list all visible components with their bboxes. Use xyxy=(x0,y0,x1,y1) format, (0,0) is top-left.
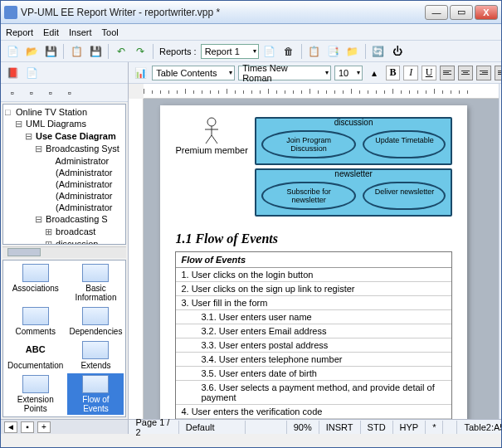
maximize-button[interactable]: ▭ xyxy=(450,5,473,20)
tree-item[interactable]: ⊟ Broadcasting Syst xyxy=(5,143,124,155)
horizontal-ruler[interactable] xyxy=(144,84,499,99)
nav3-icon[interactable]: ▫ xyxy=(42,85,59,101)
flow-row[interactable]: 3. User fill in the form xyxy=(176,296,451,310)
tree-item[interactable]: Administrator xyxy=(5,155,124,167)
stop-icon[interactable]: ⏻ xyxy=(389,43,406,60)
delete-icon[interactable]: 🗑 xyxy=(280,43,297,60)
palette-item[interactable]: Extends xyxy=(67,339,124,372)
flow-row[interactable]: 3.1. User enters user name xyxy=(176,310,451,324)
vertical-ruler[interactable] xyxy=(129,99,144,419)
menu-insert[interactable]: Insert xyxy=(69,27,92,37)
tree-item[interactable]: ⊟ UML Diagrams xyxy=(5,118,124,130)
save2-icon[interactable]: 💾 xyxy=(87,43,104,60)
tab-add[interactable]: + xyxy=(37,421,51,433)
flow-row[interactable]: 3.5. User enters date of birth xyxy=(176,367,451,381)
status-cell: Table2:A5 xyxy=(457,421,502,434)
usecase: Update Timetable xyxy=(363,130,446,158)
tab-prev[interactable]: ◄ xyxy=(4,421,17,433)
align-right-button[interactable] xyxy=(476,66,491,80)
folder-icon[interactable]: 📁 xyxy=(344,43,361,60)
model-tree[interactable]: □ Online TV Station⊟ UML Diagrams⊟ Use C… xyxy=(2,104,126,245)
save-icon[interactable]: 💾 xyxy=(42,43,59,60)
palette-item[interactable]: Generalizations xyxy=(5,416,66,417)
doc-icon[interactable]: 📑 xyxy=(325,43,342,60)
palette-item[interactable]: Documentation xyxy=(5,339,66,372)
new-icon[interactable]: 📄 xyxy=(4,43,21,60)
export-icon[interactable]: 📋 xyxy=(68,43,85,60)
tree-item[interactable]: (Administrator xyxy=(5,178,124,190)
app-icon xyxy=(4,6,17,19)
palette-item[interactable]: Includes xyxy=(67,416,124,417)
underline-button[interactable]: U xyxy=(422,66,436,80)
tab-active[interactable]: ▪ xyxy=(21,421,34,433)
menu-tool[interactable]: Tool xyxy=(102,27,119,37)
svg-point-0 xyxy=(207,118,216,126)
tree-item[interactable]: ⊟ Use Case Diagram xyxy=(5,130,124,143)
refresh-icon[interactable]: 🔄 xyxy=(370,43,387,60)
tree-item[interactable]: ⊟ Broadcasting S xyxy=(5,213,124,226)
svg-line-3 xyxy=(206,135,212,144)
flow-row[interactable]: 3.3. User enters postal address xyxy=(176,338,451,353)
flow-row[interactable]: 3.4. User enters telephone number xyxy=(176,353,451,367)
font-select[interactable]: Times New Roman xyxy=(238,66,331,80)
separator xyxy=(153,44,154,59)
status-star: * xyxy=(426,421,443,434)
page-icon[interactable]: 📄 xyxy=(23,65,40,81)
bold-button[interactable]: B xyxy=(386,66,401,80)
flow-row[interactable]: 1. User clicks on the login button xyxy=(176,268,451,282)
add-report-icon[interactable]: 📄 xyxy=(261,43,278,60)
menu-report[interactable]: Report xyxy=(6,27,33,37)
book-icon[interactable]: 📕 xyxy=(4,65,21,81)
palette-item[interactable]: Flow of Events xyxy=(67,373,124,415)
minimize-button[interactable]: — xyxy=(425,5,448,20)
redo-icon[interactable]: ↷ xyxy=(132,43,149,60)
reports-select[interactable]: Report 1 xyxy=(201,44,259,59)
align-center-button[interactable] xyxy=(458,66,473,80)
tree-item[interactable]: (Administrator xyxy=(5,167,124,178)
flow-row[interactable]: 3.6. User selects a payment method, and … xyxy=(176,381,451,405)
window-title: VP-UML EE Report Writer - reportwriter.v… xyxy=(21,7,425,18)
close-button[interactable]: X xyxy=(475,5,498,20)
group-newsletter: newsletter Subscribe for newsletter Deli… xyxy=(255,168,453,217)
separator xyxy=(108,44,109,59)
flow-row[interactable]: 2. User clicks on the sign up link to re… xyxy=(176,282,451,296)
size-up-icon[interactable]: ▴ xyxy=(366,65,383,81)
nav2-icon[interactable]: ▫ xyxy=(23,85,40,101)
nav4-icon[interactable]: ▫ xyxy=(61,85,78,101)
actor: Premium member xyxy=(175,117,247,155)
status-zoom: 90% xyxy=(287,421,319,434)
tree-item[interactable]: (Administrator xyxy=(5,202,124,213)
usecase: Join Program Discussion xyxy=(261,130,357,158)
nav1-icon[interactable]: ▫ xyxy=(4,85,21,101)
tree-item[interactable]: ⊞ discussion xyxy=(5,238,124,245)
palette-item[interactable]: Comments xyxy=(5,305,66,338)
tree-item[interactable]: □ Online TV Station xyxy=(5,106,124,118)
size-select[interactable]: 10 xyxy=(334,66,363,80)
para-icon[interactable]: 📊 xyxy=(132,65,149,81)
align-left-button[interactable] xyxy=(440,66,455,80)
flow-row[interactable]: 3.2. User enters Email address xyxy=(176,324,451,338)
status-insert: INSRT xyxy=(319,421,361,434)
separator xyxy=(365,44,366,59)
palette-item[interactable]: Dependencies xyxy=(67,305,124,338)
palette: AssociationsBasic InformationCommentsDep… xyxy=(2,260,126,417)
flow-row[interactable]: 4. User enters the verification code xyxy=(176,405,451,419)
open-icon[interactable]: 📂 xyxy=(23,43,40,60)
copy-icon[interactable]: 📋 xyxy=(306,43,323,60)
palette-item[interactable]: Associations xyxy=(5,262,66,304)
status-bar: Page 1 / 2 Default 90% INSRT STD HYP * T… xyxy=(129,419,502,434)
menu-edit[interactable]: Edit xyxy=(43,27,59,37)
align-justify-button[interactable] xyxy=(495,66,502,80)
separator xyxy=(301,44,302,59)
palette-item[interactable]: Basic Information xyxy=(67,262,124,304)
undo-icon[interactable]: ↶ xyxy=(113,43,129,60)
main-toolbar: 📄 📂 💾 📋 💾 ↶ ↷ Reports : Report 1 📄 🗑 📋 📑… xyxy=(1,41,501,62)
actor-label: Premium member xyxy=(175,145,247,155)
tree-item[interactable]: (Administrator xyxy=(5,190,124,202)
tree-item[interactable]: ⊞ broadcast xyxy=(5,226,124,238)
italic-button[interactable]: I xyxy=(403,66,418,80)
palette-item[interactable]: Extension Points xyxy=(5,373,66,415)
tree-scrollbar[interactable] xyxy=(2,246,126,258)
flow-table[interactable]: Flow of Events 1. User clicks on the log… xyxy=(175,251,452,419)
style-select[interactable]: Table Contents xyxy=(152,66,235,80)
